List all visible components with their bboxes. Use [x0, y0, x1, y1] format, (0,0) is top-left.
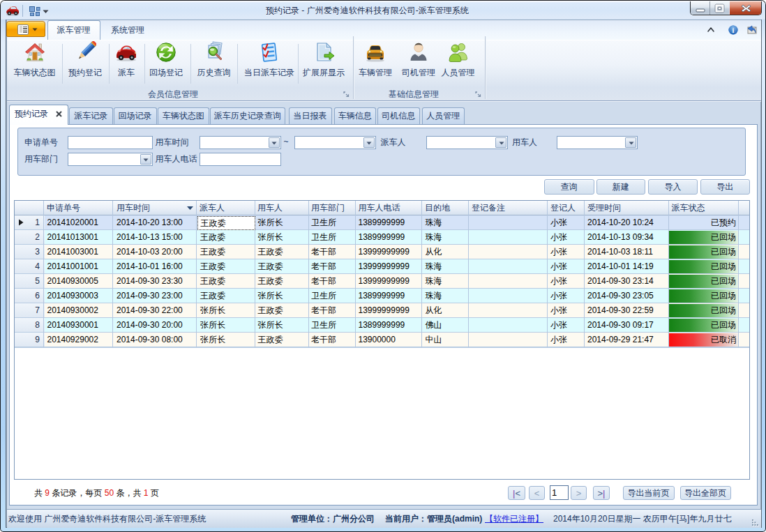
svg-text:i: i — [733, 26, 735, 34]
